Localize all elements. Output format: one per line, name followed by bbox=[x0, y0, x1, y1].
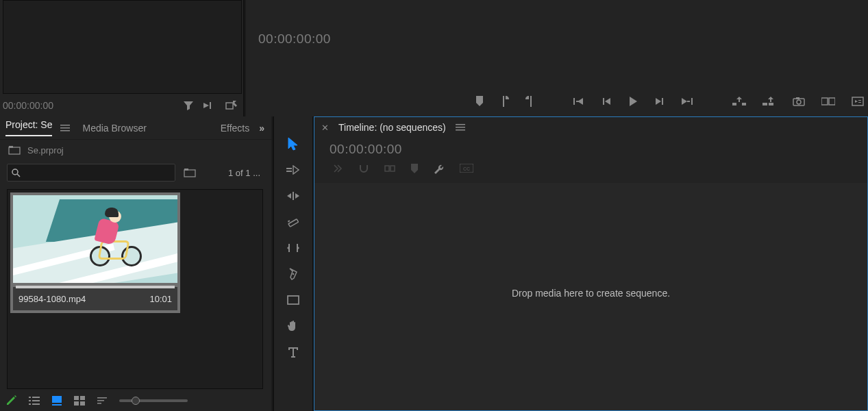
svg-rect-37 bbox=[97, 400, 104, 401]
svg-rect-29 bbox=[32, 403, 40, 405]
add-marker-icon[interactable] bbox=[475, 96, 484, 107]
comparison-view-icon[interactable] bbox=[821, 97, 835, 106]
freeform-view-icon[interactable] bbox=[74, 396, 85, 406]
panel-menu-icon[interactable] bbox=[456, 123, 465, 132]
svg-rect-35 bbox=[80, 401, 85, 406]
svg-rect-1 bbox=[226, 103, 233, 109]
slip-tool[interactable] bbox=[284, 240, 303, 256]
sort-icon[interactable] bbox=[97, 397, 107, 405]
step-back-icon[interactable] bbox=[602, 97, 612, 106]
svg-rect-4 bbox=[662, 98, 663, 105]
svg-rect-49 bbox=[456, 124, 465, 125]
svg-point-47 bbox=[293, 273, 295, 275]
icon-view-icon[interactable] bbox=[52, 396, 62, 406]
svg-point-21 bbox=[12, 169, 18, 175]
settings-overflow-icon[interactable] bbox=[852, 97, 864, 106]
svg-rect-9 bbox=[769, 103, 773, 105]
captions-icon: CC bbox=[460, 164, 473, 175]
project-search-row: 1 of 1 ... bbox=[0, 160, 271, 185]
camera-icon[interactable] bbox=[793, 97, 805, 106]
close-icon[interactable]: ✕ bbox=[321, 123, 329, 133]
new-bin-icon[interactable] bbox=[184, 168, 196, 177]
svg-rect-14 bbox=[829, 98, 835, 105]
hand-tool[interactable] bbox=[284, 318, 303, 334]
source-controls: 00:00:00:00 bbox=[0, 95, 245, 116]
svg-rect-0 bbox=[210, 102, 211, 109]
play-icon[interactable] bbox=[628, 96, 638, 107]
project-footer bbox=[0, 390, 271, 411]
panel-menu-icon[interactable] bbox=[60, 124, 70, 132]
svg-rect-2 bbox=[573, 98, 575, 105]
insert-icon[interactable] bbox=[203, 100, 216, 111]
razor-tool[interactable] bbox=[284, 214, 303, 230]
clip-item[interactable]: 99584-1080.mp4 10:01 bbox=[10, 192, 180, 313]
program-timecode[interactable]: 00:00:00:00 bbox=[258, 32, 331, 47]
tab-effects[interactable]: Effects bbox=[221, 123, 250, 134]
timeline-body[interactable]: Drop media here to create sequence. bbox=[314, 183, 867, 410]
export-frame-icon[interactable] bbox=[225, 100, 238, 111]
svg-rect-20 bbox=[9, 146, 13, 148]
search-input-wrap[interactable] bbox=[7, 164, 175, 182]
wrench-icon[interactable] bbox=[434, 164, 445, 175]
search-input[interactable] bbox=[25, 168, 171, 178]
svg-rect-27 bbox=[32, 400, 40, 401]
svg-rect-40 bbox=[286, 168, 292, 169]
list-view-icon[interactable] bbox=[29, 396, 40, 406]
svg-rect-43 bbox=[288, 219, 299, 227]
clip-scrub-bar[interactable] bbox=[16, 286, 175, 288]
track-select-forward-tool[interactable] bbox=[284, 162, 303, 178]
rectangle-tool[interactable] bbox=[284, 292, 303, 308]
step-forward-icon[interactable] bbox=[654, 97, 664, 106]
svg-rect-36 bbox=[97, 397, 107, 399]
project-file-row: Se.prproj bbox=[0, 140, 271, 160]
bin-icon[interactable] bbox=[8, 145, 21, 155]
source-timecode[interactable]: 00:00:00:00 bbox=[3, 100, 53, 111]
linked-selection-icon bbox=[384, 164, 395, 175]
filter-icon[interactable] bbox=[183, 100, 194, 111]
extract-icon[interactable] bbox=[762, 97, 776, 106]
svg-rect-51 bbox=[456, 129, 465, 131]
go-to-out-icon[interactable] bbox=[680, 97, 693, 106]
timeline-timecode[interactable]: 00:00:00:00 bbox=[330, 142, 867, 157]
item-count: 1 of 1 ... bbox=[228, 168, 260, 178]
svg-text:CC: CC bbox=[463, 166, 470, 171]
zoom-slider[interactable] bbox=[119, 399, 188, 402]
clip-info: 99584-1080.mp4 10:01 bbox=[13, 287, 177, 310]
project-panel: Project: Se Media Browser Effects » Se.p… bbox=[0, 116, 271, 411]
svg-rect-6 bbox=[732, 103, 736, 105]
tab-project[interactable]: Project: Se bbox=[5, 119, 52, 136]
go-to-in-icon[interactable] bbox=[573, 97, 586, 106]
mark-out-icon[interactable] bbox=[525, 96, 534, 107]
pen-tool[interactable] bbox=[284, 266, 303, 282]
selection-tool[interactable] bbox=[284, 136, 303, 152]
svg-rect-30 bbox=[52, 396, 62, 403]
tab-media-browser[interactable]: Media Browser bbox=[82, 123, 146, 134]
type-tool[interactable] bbox=[284, 344, 303, 360]
ripple-edit-tool[interactable] bbox=[284, 188, 303, 204]
timeline-title[interactable]: Timeline: (no sequences) bbox=[338, 122, 446, 133]
project-tab-bar: Project: Se Media Browser Effects » bbox=[0, 116, 271, 140]
tabs-overflow-icon[interactable]: » bbox=[259, 123, 264, 134]
lift-icon[interactable] bbox=[732, 97, 746, 106]
program-transport bbox=[475, 96, 864, 107]
write-pen-icon[interactable] bbox=[7, 395, 16, 406]
svg-rect-38 bbox=[97, 403, 101, 404]
source-monitor: 00:00:00:00 bbox=[0, 0, 245, 116]
bin-area[interactable]: 99584-1080.mp4 10:01 bbox=[7, 189, 263, 389]
source-view[interactable] bbox=[3, 0, 242, 94]
svg-rect-16 bbox=[60, 125, 70, 126]
svg-rect-48 bbox=[288, 296, 299, 304]
svg-rect-34 bbox=[74, 401, 79, 406]
svg-rect-42 bbox=[293, 192, 294, 200]
mark-in-icon[interactable] bbox=[501, 96, 509, 107]
clip-thumbnail[interactable] bbox=[13, 195, 177, 283]
svg-rect-7 bbox=[742, 103, 746, 105]
timeline-tab-bar: ✕ Timeline: (no sequences) bbox=[314, 117, 867, 138]
svg-rect-28 bbox=[29, 403, 31, 405]
svg-rect-52 bbox=[385, 166, 389, 171]
svg-rect-3 bbox=[603, 98, 604, 105]
svg-rect-18 bbox=[60, 130, 70, 132]
marker-icon bbox=[410, 164, 419, 175]
timeline-panel: ✕ Timeline: (no sequences) 00:00:00:00 C… bbox=[314, 116, 868, 411]
svg-rect-19 bbox=[9, 147, 20, 154]
